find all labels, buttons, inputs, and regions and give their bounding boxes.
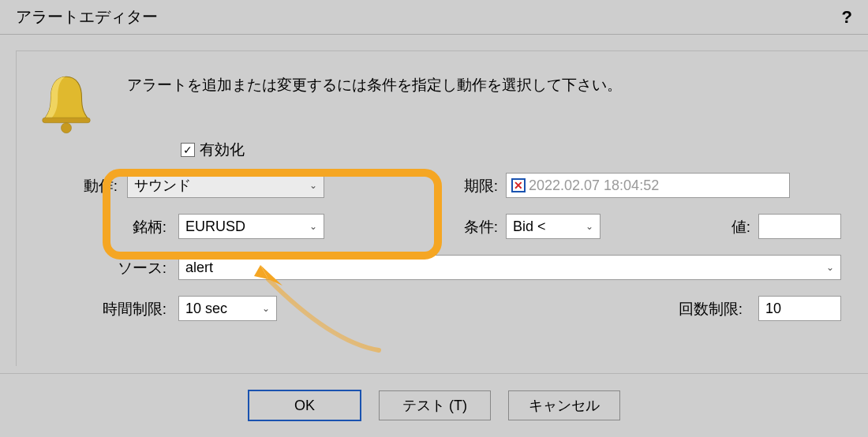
source-label: ソース:: [64, 258, 166, 278]
clear-date-icon[interactable]: ✕: [511, 178, 526, 192]
maxiter-value: 10: [765, 301, 781, 317]
chevron-down-icon: ⌄: [262, 303, 270, 314]
alert-editor-dialog: アラートエディター ? アラートを追加または変更するには条件を指定し動作を選択し…: [0, 0, 868, 437]
enable-checkbox[interactable]: ✓ 有効化: [181, 140, 245, 160]
maxiter-label: 回数制限:: [656, 299, 743, 319]
form-area: ✓ 有効化 動作: サウンド ⌄ 期限:: [64, 138, 868, 337]
chevron-down-icon: ⌄: [309, 180, 317, 191]
enable-label: 有効化: [200, 140, 245, 160]
window-title: アラートエディター: [16, 6, 158, 28]
svg-rect-0: [43, 118, 91, 122]
value-label: 値:: [719, 217, 750, 237]
checkbox-icon: ✓: [181, 143, 195, 157]
content-group: アラートを追加または変更するには条件を指定し動作を選択して下さい。 ✓ 有効化 …: [16, 50, 868, 366]
action-value: サウンド: [134, 176, 191, 195]
source-value: alert: [185, 260, 213, 276]
source-combo[interactable]: alert ⌄: [178, 255, 841, 280]
expiration-label: 期限:: [451, 176, 498, 196]
condition-value: Bid <: [513, 218, 546, 235]
condition-label: 条件:: [451, 217, 498, 237]
help-button[interactable]: ?: [842, 0, 852, 35]
action-combo[interactable]: サウンド ⌄: [127, 173, 324, 198]
timeout-combo[interactable]: 10 sec ⌄: [178, 296, 277, 321]
test-label: テスト (T): [402, 396, 467, 415]
chevron-down-icon: ⌄: [586, 221, 593, 232]
symbol-value: EURUSD: [185, 218, 245, 235]
ok-button[interactable]: OK: [248, 390, 361, 421]
chevron-down-icon: ⌄: [309, 221, 317, 232]
cancel-label: キャンセル: [529, 396, 600, 415]
test-button[interactable]: テスト (T): [379, 390, 491, 420]
value-input[interactable]: [758, 214, 841, 239]
instruction-text: アラートを追加または変更するには条件を指定し動作を選択して下さい。: [127, 75, 622, 95]
condition-combo[interactable]: Bid < ⌄: [506, 214, 600, 239]
svg-point-1: [62, 123, 72, 133]
chevron-down-icon: ⌄: [826, 262, 834, 273]
timeout-value: 10 sec: [185, 301, 227, 317]
cancel-button[interactable]: キャンセル: [508, 390, 620, 420]
timeout-label: 時間制限:: [64, 299, 166, 319]
titlebar: アラートエディター ?: [0, 0, 868, 35]
button-bar: OK テスト (T) キャンセル: [0, 373, 868, 437]
action-label: 動作:: [15, 176, 118, 196]
expiration-value: 2022.02.07 18:04:52: [529, 177, 659, 194]
expiration-field[interactable]: ✕ 2022.02.07 18:04:52: [506, 173, 790, 198]
bell-icon: [39, 73, 94, 136]
dialog-body: アラートを追加または変更するには条件を指定し動作を選択して下さい。 ✓ 有効化 …: [0, 35, 868, 437]
symbol-combo[interactable]: EURUSD ⌄: [178, 214, 324, 239]
symbol-label: 銘柄:: [64, 217, 166, 237]
ok-label: OK: [294, 398, 315, 414]
maxiter-input[interactable]: 10: [758, 296, 841, 321]
